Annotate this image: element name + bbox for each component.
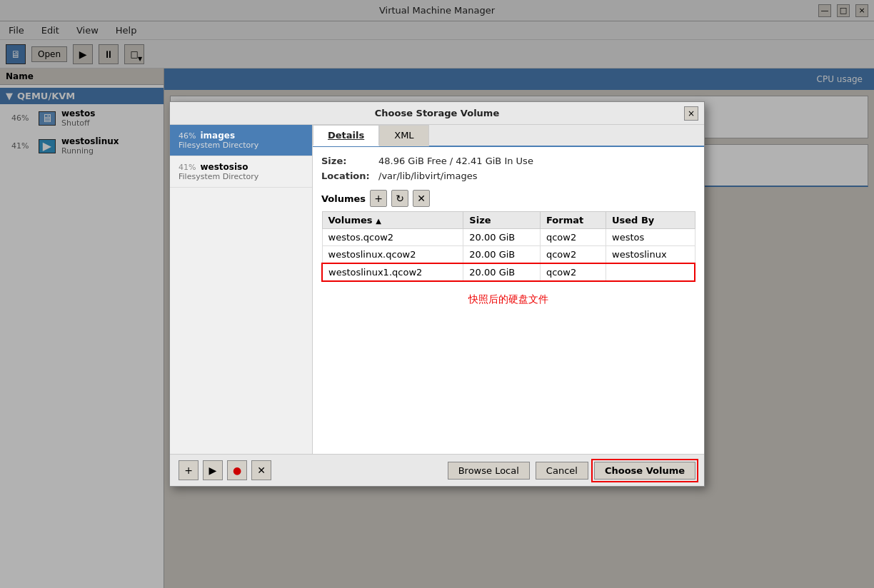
table-row[interactable]: westoslinux.qcow220.00 GiBqcow2westoslin… [322,246,695,264]
details-panel: Details XML Size: 48.96 GiB Free / 42.41… [313,125,704,454]
browse-local-button[interactable]: Browse Local [448,462,530,480]
vol-format: qcow2 [540,229,606,246]
footer-delete-button[interactable]: ✕ [251,460,271,480]
pool-usage-images: 46% [179,131,196,141]
col-format: Format [540,212,606,229]
pool-type-images: Filesystem Directory [179,141,303,150]
tabs-bar: Details XML [313,125,704,147]
tab-xml-label: XML [394,130,413,141]
volumes-table: Volumes Size Format Used By westos.qcow2… [321,211,695,282]
location-value: /var/lib/libvirt/images [378,171,478,181]
volume-refresh-button[interactable]: ↻ [391,190,408,207]
size-row: Size: 48.96 GiB Free / 42.41 GiB In Use [321,156,695,166]
col-volumes: Volumes [322,212,463,229]
col-size: Size [463,212,541,229]
pool-item-images[interactable]: 46% images Filesystem Directory [170,125,312,156]
annotation-text: 快照后的硬盘文件 [321,293,695,306]
vol-name: westos.qcow2 [322,229,463,246]
dialog-title-bar: Choose Storage Volume × [170,102,704,125]
vol-size: 20.00 GiB [463,229,541,246]
size-value: 48.96 GiB Free / 42.41 GiB In Use [378,156,533,166]
volume-delete-button[interactable]: ✕ [413,190,430,207]
footer-stop-button[interactable]: ● [227,460,247,480]
col-used-by: Used By [606,212,695,229]
footer-add-button[interactable]: + [179,460,199,480]
tab-details-label: Details [328,130,364,141]
footer-play-button[interactable]: ▶ [203,460,223,480]
pool-name-westosiso: westosiso [200,162,248,172]
dialog-title: Choose Storage Volume [375,108,499,118]
table-row[interactable]: westoslinux1.qcow220.00 GiBqcow2 [322,263,695,281]
table-row[interactable]: westos.qcow220.00 GiBqcow2westos [322,229,695,246]
size-label: Size: [321,156,378,166]
vol-size: 20.00 GiB [463,246,541,264]
location-label: Location: [321,171,378,181]
footer-right: Browse Local Cancel Choose Volume [448,462,695,480]
footer-left: + ▶ ● ✕ [179,460,442,480]
vol-name: westoslinux.qcow2 [322,246,463,264]
volumes-table-header-row: Volumes Size Format Used By [322,212,695,229]
cancel-button[interactable]: Cancel [536,462,588,480]
vol-used-by: westoslinux [606,246,695,264]
vol-used-by [606,263,695,281]
tab-xml[interactable]: XML [379,125,428,146]
tab-details[interactable]: Details [313,125,379,146]
modal-overlay: Choose Storage Volume × 46% images Files… [0,0,874,588]
choose-volume-button[interactable]: Choose Volume [594,462,695,480]
volumes-label: Volumes [321,193,366,204]
vol-format: qcow2 [540,263,606,281]
vol-used-by: westos [606,229,695,246]
dialog-footer: + ▶ ● ✕ Browse Local Cancel Choose Volum… [170,454,704,486]
pool-usage-westosiso: 41% [179,163,196,172]
choose-storage-dialog: Choose Storage Volume × 46% images Files… [169,101,705,487]
volume-add-button[interactable]: + [370,190,387,207]
location-row: Location: /var/lib/libvirt/images [321,171,695,181]
pool-list: 46% images Filesystem Directory 41% west… [170,125,313,454]
vol-size: 20.00 GiB [463,263,541,281]
dialog-close-button[interactable]: × [684,106,698,121]
pool-type-westosiso: Filesystem Directory [179,172,303,181]
pool-item-westosiso[interactable]: 41% westosiso Filesystem Directory [170,156,312,188]
details-content: Size: 48.96 GiB Free / 42.41 GiB In Use … [313,147,704,454]
vol-name: westoslinux1.qcow2 [322,263,463,281]
volumes-header: Volumes + ↻ ✕ [321,190,695,207]
dialog-body: 46% images Filesystem Directory 41% west… [170,125,704,454]
pool-name-images: images [200,131,235,141]
vol-format: qcow2 [540,246,606,264]
